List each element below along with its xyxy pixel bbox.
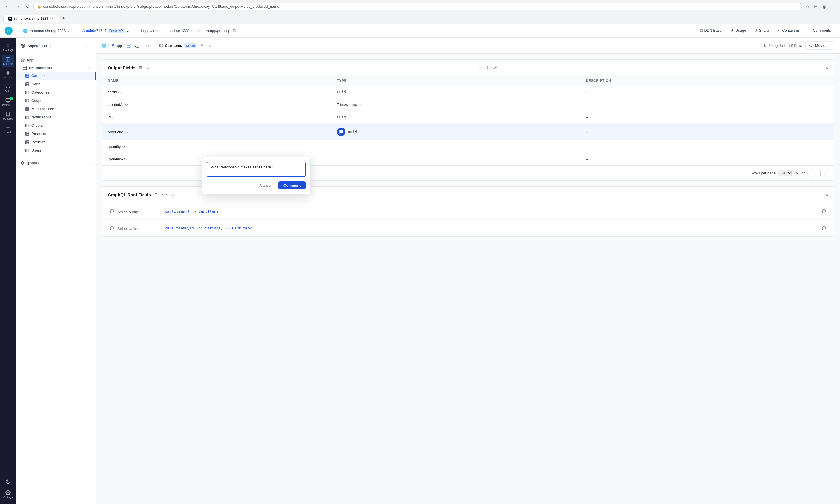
tab-close-icon[interactable]: × — [51, 17, 53, 21]
rail-item-insights[interactable]: Insights — [2, 69, 14, 81]
project-selector[interactable]: 🌐 immense-shrimp-1328 ⌄ — [20, 29, 73, 33]
metadata-button[interactable]: <> Metadata — [805, 41, 834, 50]
cartid-code-badge[interactable]: <> — [118, 90, 122, 94]
topbar: 🌐 / app / my_connector / CartItems Model… — [96, 38, 840, 54]
select-unique-link-text[interactable]: cartItemsById(id: String!) => CartItems — [165, 226, 252, 230]
sidebar-item-carts[interactable]: Carts — [16, 80, 96, 88]
breadcrumb-globe-icon[interactable]: 🌐 — [102, 43, 106, 48]
nav-ddn-base[interactable]: □ DDN Base — [696, 24, 726, 38]
section-header-actions: ≡ ⇕ ⤢ — [477, 64, 498, 71]
comment-submit-button[interactable]: Comment — [278, 181, 306, 190]
graphql-comment-icon[interactable]: ○ — [170, 191, 175, 198]
productid-comment-active-btn[interactable] — [337, 128, 345, 136]
output-fields-collapse-icon[interactable]: ∧ — [825, 65, 828, 70]
select-unique-right-icon[interactable] — [820, 224, 828, 232]
table-list-icon[interactable]: ≡ — [477, 64, 482, 71]
table-row: createdAt <> Timestamptz -- — [102, 98, 834, 111]
expand-rows-icon[interactable]: ⇕ — [484, 64, 490, 71]
graphql-grid-icon[interactable]: ⊞ — [153, 191, 159, 198]
commit-selector[interactable]: ⬡ c6b9e716e7 Project API ⌄ — [78, 29, 133, 33]
comment-input[interactable] — [207, 162, 306, 177]
output-fields-comment-icon[interactable]: ○ — [146, 64, 150, 71]
new-tab-button[interactable]: + — [59, 15, 67, 22]
nav-comments[interactable]: ○ Comments — [804, 24, 836, 38]
prev-page-button[interactable]: ‹ — [811, 169, 819, 177]
graphiql-label: GraphiQL — [2, 49, 14, 52]
select-many-right-icon[interactable] — [820, 207, 828, 215]
next-page-button[interactable]: › — [820, 169, 828, 177]
row-quantity-type — [331, 140, 580, 153]
sidebar-item-products[interactable]: Products — [16, 130, 96, 138]
sidebar-item-coupons[interactable]: Coupons — [16, 96, 96, 105]
svg-rect-13 — [26, 83, 29, 86]
sidebar-item-reviews[interactable]: Reviews — [16, 138, 96, 146]
connector-section-header[interactable]: my_connector ⌄ — [16, 64, 96, 72]
no-usage-text: No Usage in Last 5 Days — [764, 44, 802, 48]
rail-item-builds[interactable]: Builds — [2, 82, 14, 95]
rail-item-darkmode[interactable] — [2, 475, 14, 488]
sidebar-item-orders[interactable]: Orders — [16, 121, 96, 130]
app-breadcrumb-icon — [111, 44, 115, 48]
breadcrumb-connector-link[interactable]: my_connector — [126, 43, 155, 48]
svg-rect-1 — [6, 57, 10, 61]
globals-section-header[interactable]: globals ⌄ — [16, 159, 96, 167]
table-row: cartId <> Uuid! -- — [102, 86, 834, 98]
forward-button[interactable]: → — [14, 3, 22, 10]
topbar-actions: No Usage in Last 5 Days <> Metadata — [764, 41, 834, 50]
quantity-code-badge[interactable]: <> — [122, 145, 125, 149]
rows-per-page-select[interactable]: 10 25 50 — [778, 169, 792, 176]
output-fields-grid-icon[interactable]: ⊞ — [138, 64, 143, 71]
nav-contact-us[interactable]: ○ Contact us — [773, 24, 804, 38]
graphql-collapse-icon[interactable]: ∧ — [825, 192, 828, 197]
hasura-logo: H — [4, 27, 13, 35]
extensions-icon[interactable]: ⊞ — [813, 3, 819, 10]
refresh-button[interactable]: ↻ — [24, 3, 31, 10]
rail-item-graphiql[interactable]: GraphiQL — [2, 41, 14, 54]
breadcrumb-app-link[interactable]: app — [111, 43, 122, 48]
star-icon[interactable]: ☆ — [804, 3, 810, 10]
table-view-icon[interactable]: ⊞ — [199, 42, 205, 49]
sidebar-app-section: app ⌄ my_connector ⌄ CartItems — [16, 54, 96, 157]
updatedat-code-badge[interactable]: <> — [126, 158, 130, 161]
rail-item-oauth[interactable]: OAuth — [2, 123, 14, 136]
select-unique-comment-icon[interactable] — [108, 224, 116, 232]
table-icon-reviews — [25, 140, 29, 144]
createdat-code-badge[interactable]: <> — [124, 103, 128, 107]
header-nav-right: □ DDN Base ◈ Usage ⤴ Share ○ Contact us … — [696, 24, 836, 38]
select-many-link-text[interactable]: cartItems() => CartItems — [165, 209, 219, 214]
nav-usage[interactable]: ◈ Usage — [726, 24, 751, 38]
id-code-badge[interactable]: <> — [112, 115, 116, 119]
topbar-comment-icon[interactable]: ○ — [207, 42, 212, 49]
menu-icon[interactable]: ⋮ — [830, 3, 837, 10]
app-section-header[interactable]: app ⌄ — [16, 56, 96, 64]
sidebar-item-manufacturers[interactable]: Manufacturers — [16, 105, 96, 113]
sidebar-item-cartitems[interactable]: CartItems — [16, 72, 96, 80]
globals-chevron: ⌄ — [88, 161, 91, 165]
sidebar-item-users[interactable]: Users — [16, 146, 96, 155]
supergraph-header[interactable]: Supergraph ⌄ — [21, 43, 52, 48]
rail-item-readme[interactable]: Readme — [2, 110, 14, 122]
graphql-root-fields-title: GraphQL Root Fields — [108, 192, 151, 197]
nav-share[interactable]: ⤴ Share — [751, 24, 774, 38]
cancel-button[interactable]: Cancel — [257, 181, 275, 189]
sidebar-globals-section: globals ⌄ — [16, 157, 96, 169]
graphql-code-icon[interactable]: <> — [161, 191, 168, 198]
back-button[interactable]: ← — [3, 3, 12, 10]
tab-immense-shrimp[interactable]: H immense-shrimp-1328 × — [3, 15, 58, 22]
rail-item-settings[interactable]: Settings — [2, 488, 14, 501]
sidebar-item-notifications[interactable]: Notifications — [16, 113, 96, 121]
fullscreen-icon[interactable]: ⤢ — [493, 64, 498, 71]
address-bar[interactable]: 🔒 console.hasura.io/project/immense-shri… — [33, 3, 802, 10]
productid-code-badge[interactable]: <> — [124, 130, 128, 134]
graphql-url[interactable]: https://immense-shrimp-1328.ddn.hasura.a… — [138, 29, 233, 33]
sidebar-collapse-btn[interactable]: « — [82, 41, 91, 50]
categories-label: Categories — [31, 90, 49, 94]
rail-item-explorer[interactable]: Explorer — [2, 55, 14, 67]
copy-url-icon[interactable]: ⧉ — [233, 28, 236, 33]
select-many-comment-icon[interactable] — [108, 207, 116, 215]
sidebar-item-categories[interactable]: Categories — [16, 88, 96, 96]
connector-label: my_connector — [29, 66, 53, 70]
carts-label: Carts — [31, 82, 40, 86]
rail-item-promptql[interactable]: PromptQL 1 — [2, 96, 14, 108]
profile-icon[interactable]: ◉ — [821, 3, 827, 10]
